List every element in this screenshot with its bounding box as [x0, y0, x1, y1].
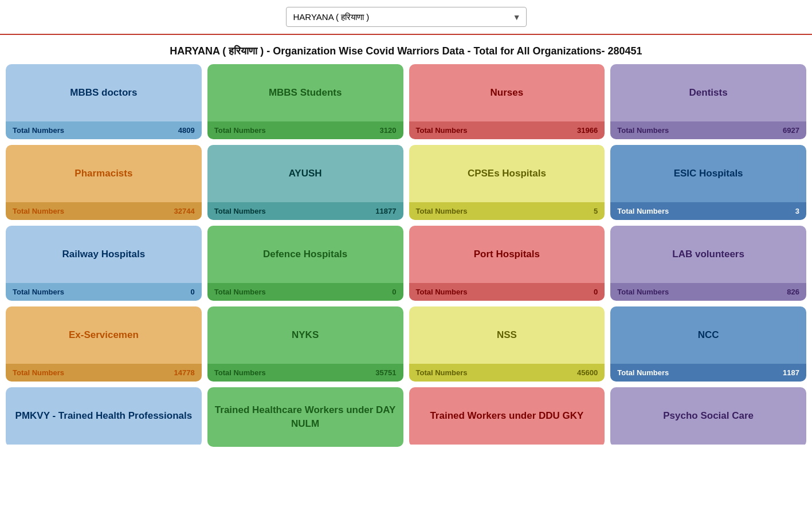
total-numbers-value-ayush: 11877 — [375, 207, 396, 215]
total-numbers-label-nurses: Total Numbers — [416, 126, 468, 135]
card-mbbs-doctors[interactable]: MBBS doctorsTotal Numbers4809 — [6, 64, 202, 139]
card-ayush[interactable]: AYUSHTotal Numbers11877 — [207, 145, 403, 220]
card-defence-hospitals[interactable]: Defence HospitalsTotal Numbers0 — [207, 226, 403, 301]
card-title-nss: NSS — [409, 306, 605, 364]
card-railway-hospitals[interactable]: Railway HospitalsTotal Numbers0 — [6, 226, 202, 301]
card-ncc[interactable]: NCCTotal Numbers1187 — [610, 306, 806, 382]
total-numbers-label-defence-hospitals: Total Numbers — [214, 288, 266, 296]
state-select[interactable]: HARYANA ( हरियाणा ) — [286, 7, 527, 27]
card-title-ncc: NCC — [610, 306, 806, 364]
card-title-mbbs-doctors: MBBS doctors — [6, 64, 202, 121]
card-port-hospitals[interactable]: Port HospitalsTotal Numbers0 — [409, 226, 605, 301]
total-numbers-label-pharmacists: Total Numbers — [13, 207, 64, 215]
total-numbers-value-mbbs-students: 3120 — [380, 126, 397, 135]
card-trained-ddu-gky[interactable]: Trained Workers under DDU GKY — [409, 387, 605, 447]
total-numbers-label-nss: Total Numbers — [416, 368, 468, 377]
total-numbers-label-railway-hospitals: Total Numbers — [13, 288, 64, 296]
total-numbers-value-cpses-hospitals: 5 — [594, 207, 598, 215]
total-numbers-value-nurses: 31966 — [577, 126, 598, 135]
total-numbers-value-lab-volunteers: 826 — [787, 288, 799, 296]
card-trained-healthcare-day-nulm[interactable]: Trained Healthcare Workers under DAY NUL… — [207, 387, 403, 447]
total-numbers-value-defence-hospitals: 0 — [392, 288, 396, 296]
card-title-nyks: NYKS — [207, 306, 403, 364]
card-title-port-hospitals: Port Hospitals — [409, 226, 605, 283]
card-title-ayush: AYUSH — [207, 145, 403, 202]
card-footer-nurses: Total Numbers31966 — [409, 121, 605, 139]
card-footer-ayush: Total Numbers11877 — [207, 202, 403, 220]
card-footer-mbbs-students: Total Numbers3120 — [207, 121, 403, 139]
card-lab-volunteers[interactable]: LAB volunteersTotal Numbers826 — [610, 226, 806, 301]
card-footer-mbbs-doctors: Total Numbers4809 — [6, 121, 202, 139]
card-title-mbbs-students: MBBS Students — [207, 64, 403, 121]
card-pharmacists[interactable]: PharmacistsTotal Numbers32744 — [6, 145, 202, 220]
card-footer-lab-volunteers: Total Numbers826 — [610, 283, 806, 301]
total-numbers-label-ayush: Total Numbers — [214, 207, 266, 215]
card-footer-defence-hospitals: Total Numbers0 — [207, 283, 403, 301]
card-footer-nyks: Total Numbers35751 — [207, 364, 403, 382]
card-footer-pharmacists: Total Numbers32744 — [6, 202, 202, 220]
total-numbers-label-dentists: Total Numbers — [617, 126, 669, 135]
total-numbers-label-port-hospitals: Total Numbers — [416, 288, 468, 296]
card-nurses[interactable]: NursesTotal Numbers31966 — [409, 64, 605, 139]
card-footer-nss: Total Numbers45600 — [409, 364, 605, 382]
top-bar: HARYANA ( हरियाणा ) ▼ — [0, 0, 812, 35]
total-numbers-value-ex-servicemen: 14778 — [174, 368, 195, 377]
card-title-pmkvy: PMKVY - Trained Health Professionals — [6, 387, 202, 445]
card-title-trained-ddu-gky: Trained Workers under DDU GKY — [409, 387, 605, 445]
card-title-lab-volunteers: LAB volunteers — [610, 226, 806, 283]
total-numbers-label-mbbs-students: Total Numbers — [214, 126, 266, 135]
card-title-railway-hospitals: Railway Hospitals — [6, 226, 202, 283]
card-psycho-social-care[interactable]: Psycho Social Care — [610, 387, 806, 447]
total-numbers-value-dentists: 6927 — [783, 126, 799, 135]
card-title-psycho-social-care: Psycho Social Care — [610, 387, 806, 445]
total-numbers-label-ex-servicemen: Total Numbers — [13, 368, 64, 377]
card-ex-servicemen[interactable]: Ex-ServicemenTotal Numbers14778 — [6, 306, 202, 382]
state-select-wrapper: HARYANA ( हरियाणा ) ▼ — [286, 7, 527, 27]
card-footer-railway-hospitals: Total Numbers0 — [6, 283, 202, 301]
total-numbers-label-mbbs-doctors: Total Numbers — [13, 126, 64, 135]
card-nyks[interactable]: NYKSTotal Numbers35751 — [207, 306, 403, 382]
card-cpses-hospitals[interactable]: CPSEs HospitalsTotal Numbers5 — [409, 145, 605, 220]
card-dentists[interactable]: DentistsTotal Numbers6927 — [610, 64, 806, 139]
card-footer-esic-hospitals: Total Numbers3 — [610, 202, 806, 220]
card-title-trained-healthcare-day-nulm: Trained Healthcare Workers under DAY NUL… — [207, 387, 403, 447]
total-numbers-value-mbbs-doctors: 4809 — [178, 126, 195, 135]
cards-grid: MBBS doctorsTotal Numbers4809MBBS Studen… — [0, 64, 812, 453]
card-footer-port-hospitals: Total Numbers0 — [409, 283, 605, 301]
total-numbers-label-cpses-hospitals: Total Numbers — [416, 207, 468, 215]
card-title-esic-hospitals: ESIC Hospitals — [610, 145, 806, 202]
total-numbers-label-lab-volunteers: Total Numbers — [617, 288, 669, 296]
card-esic-hospitals[interactable]: ESIC HospitalsTotal Numbers3 — [610, 145, 806, 220]
card-footer-ex-servicemen: Total Numbers14778 — [6, 364, 202, 382]
card-footer-dentists: Total Numbers6927 — [610, 121, 806, 139]
total-numbers-label-ncc: Total Numbers — [617, 368, 669, 377]
card-title-nurses: Nurses — [409, 64, 605, 121]
total-numbers-value-esic-hospitals: 3 — [795, 207, 799, 215]
card-title-defence-hospitals: Defence Hospitals — [207, 226, 403, 283]
page-title: HARYANA ( हरियाणा ) - Organization Wise … — [0, 35, 812, 64]
card-pmkvy[interactable]: PMKVY - Trained Health Professionals — [6, 387, 202, 447]
card-footer-ncc: Total Numbers1187 — [610, 364, 806, 382]
card-title-cpses-hospitals: CPSEs Hospitals — [409, 145, 605, 202]
card-title-ex-servicemen: Ex-Servicemen — [6, 306, 202, 364]
total-numbers-value-nss: 45600 — [577, 368, 598, 377]
total-numbers-value-nyks: 35751 — [375, 368, 396, 377]
total-numbers-value-port-hospitals: 0 — [594, 288, 598, 296]
card-footer-cpses-hospitals: Total Numbers5 — [409, 202, 605, 220]
total-numbers-label-esic-hospitals: Total Numbers — [617, 207, 669, 215]
total-numbers-value-ncc: 1187 — [783, 368, 799, 377]
total-numbers-label-nyks: Total Numbers — [214, 368, 266, 377]
card-title-pharmacists: Pharmacists — [6, 145, 202, 202]
card-mbbs-students[interactable]: MBBS StudentsTotal Numbers3120 — [207, 64, 403, 139]
card-nss[interactable]: NSSTotal Numbers45600 — [409, 306, 605, 382]
total-numbers-value-pharmacists: 32744 — [174, 207, 195, 215]
card-title-dentists: Dentists — [610, 64, 806, 121]
total-numbers-value-railway-hospitals: 0 — [191, 288, 195, 296]
